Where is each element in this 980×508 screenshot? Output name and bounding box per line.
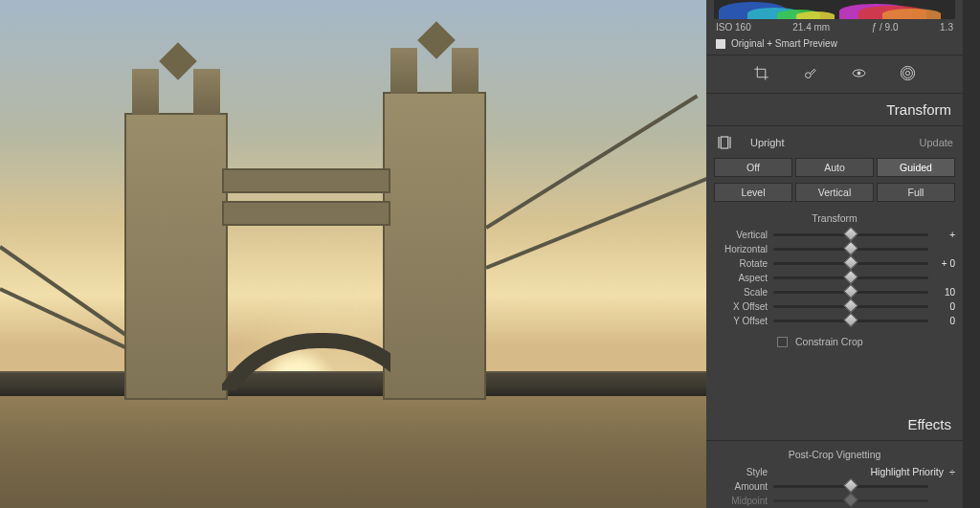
slider-handle[interactable] (843, 270, 858, 285)
svg-point-3 (905, 71, 909, 75)
upright-guided-button[interactable]: Guided (877, 158, 955, 177)
slider-amount: Amount (706, 479, 963, 494)
upright-update[interactable]: Update (920, 137, 953, 148)
transform-header[interactable]: Transform (706, 94, 963, 126)
svg-rect-6 (721, 137, 728, 148)
slider-label: Y Offset (714, 316, 768, 326)
upright-full-button[interactable]: Full (877, 183, 955, 202)
spot-removal-icon[interactable] (802, 65, 818, 83)
preview-tower-right (383, 92, 486, 400)
slider-label: Horizontal (714, 244, 768, 254)
preview-walkway (222, 201, 390, 226)
slider-scale: Scale10 (706, 285, 963, 299)
slider-track[interactable] (773, 320, 928, 322)
preview-mode-indicator-icon (716, 39, 725, 49)
slider-value: + 0 (934, 258, 955, 269)
slider-handle[interactable] (843, 227, 858, 242)
slider-value: + (934, 230, 955, 240)
slider-aspect: Aspect (706, 271, 963, 285)
crop-icon[interactable] (753, 65, 769, 83)
develop-panel: ISO 160 21.4 mm ƒ / 9.0 1.3 Original + S… (706, 0, 980, 508)
exif-focal: 21.4 mm (792, 22, 830, 33)
vignette-style-row[interactable]: Style Highlight Priority ÷ (706, 464, 963, 479)
slider-rotate: Rotate+ 0 (706, 256, 963, 271)
histogram[interactable] (714, 0, 955, 19)
upright-auto-button[interactable]: Auto (795, 158, 874, 177)
svg-point-4 (903, 69, 913, 78)
slider-midpoint: Midpoint (706, 494, 963, 508)
redeye-icon[interactable] (851, 65, 867, 83)
slider-handle[interactable] (843, 313, 858, 328)
exif-shutter: 1.3 (940, 22, 953, 33)
preview-walkway (222, 168, 390, 193)
slider-horizontal: Horizontal (706, 242, 963, 256)
style-value: Highlight Priority (775, 466, 949, 477)
upright-label: Upright (750, 137, 902, 148)
exif-iso: ISO 160 (716, 22, 751, 33)
upright-off-button[interactable]: Off (714, 158, 792, 177)
effects-subtitle: Post-Crop Vignetting (706, 441, 963, 464)
slider-x-offset: X Offset0 (706, 299, 963, 314)
slider-track[interactable] (773, 276, 928, 279)
slider-y-offset: Y Offset0 (706, 314, 963, 328)
slider-value: 10 (934, 287, 955, 298)
slider-track[interactable] (773, 262, 928, 265)
slider-track[interactable] (773, 305, 928, 308)
tool-strip (706, 55, 963, 94)
slider-label: X Offset (714, 301, 768, 312)
slider-handle[interactable] (843, 478, 858, 494)
slider-value: 0 (934, 316, 955, 326)
slider-handle[interactable] (843, 493, 858, 508)
upright-level-button[interactable]: Level (714, 183, 792, 202)
preview-mode-row[interactable]: Original + Smart Preview (706, 35, 963, 55)
svg-point-0 (806, 73, 812, 78)
constrain-crop-row[interactable]: Constrain Crop (706, 328, 963, 361)
upright-buttons: LevelVerticalFull (706, 180, 963, 205)
style-label: Style (714, 467, 768, 477)
preview-water (0, 393, 706, 508)
slider-label: Rotate (714, 258, 768, 269)
preview-mode-label: Original + Smart Preview (731, 38, 837, 49)
exif-aperture: ƒ / 9.0 (872, 22, 899, 33)
slider-label: Scale (714, 287, 768, 298)
effects-header[interactable]: Effects (706, 409, 963, 441)
slider-track[interactable] (773, 248, 928, 251)
preview-arch (222, 333, 390, 390)
upright-icon[interactable] (716, 134, 733, 151)
upright-buttons: OffAutoGuided (706, 155, 963, 180)
slider-label: Aspect (714, 273, 768, 283)
upright-vertical-button[interactable]: Vertical (795, 183, 874, 202)
dropdown-caret-icon[interactable]: ÷ (949, 466, 955, 477)
slider-handle[interactable] (843, 298, 858, 314)
slider-handle[interactable] (843, 284, 858, 299)
slider-track[interactable] (773, 485, 928, 488)
svg-point-2 (858, 72, 860, 75)
constrain-crop-label: Constrain Crop (795, 336, 863, 347)
slider-vertical: Vertical+ (706, 228, 963, 242)
slider-track[interactable] (773, 291, 928, 294)
exif-row: ISO 160 21.4 mm ƒ / 9.0 1.3 (706, 21, 963, 35)
image-preview[interactable] (0, 0, 706, 508)
radial-filter-icon[interactable] (900, 65, 916, 83)
slider-handle[interactable] (843, 241, 858, 256)
slider-handle[interactable] (843, 255, 858, 271)
constrain-crop-checkbox[interactable] (777, 337, 788, 347)
slider-track[interactable] (773, 233, 928, 236)
slider-label: Amount (714, 481, 768, 492)
preview-tower-left (124, 113, 228, 400)
slider-track[interactable] (773, 499, 928, 502)
slider-label: Vertical (714, 230, 768, 240)
transform-subtitle: Transform (706, 205, 963, 228)
slider-value: 0 (934, 301, 955, 312)
slider-label: Midpoint (714, 496, 768, 506)
